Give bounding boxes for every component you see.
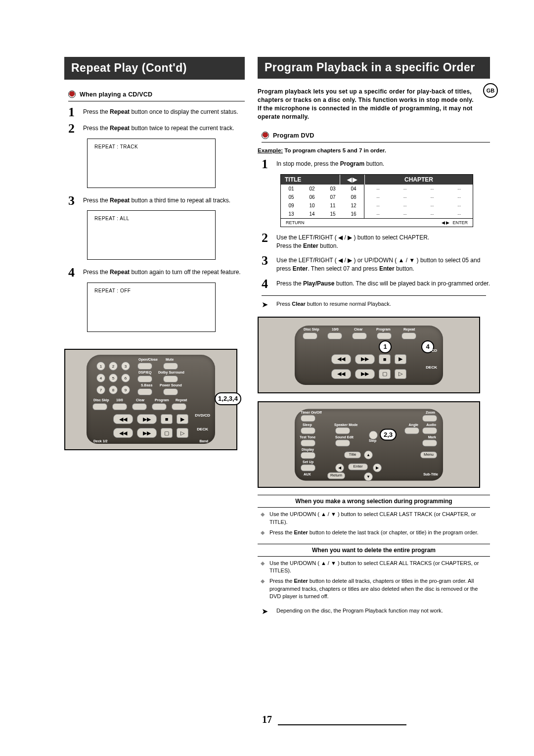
keypad-5: 5 xyxy=(109,374,118,382)
label-angle: Angle xyxy=(409,423,418,426)
table-header-chapter: CHAPTER xyxy=(365,175,473,185)
example-line: Example: To program chapters 5 and 7 in … xyxy=(258,147,490,153)
forward-icon: ▶▶ xyxy=(355,369,375,379)
divider xyxy=(262,142,490,142)
btn-10-0 xyxy=(327,332,342,339)
label-clear: Clear xyxy=(354,328,363,331)
title-grid: 01020304 05060708 09101112 13141516 xyxy=(281,185,364,218)
label-sound-edit: Sound Edit xyxy=(335,435,354,438)
btn-enter: Enter xyxy=(348,463,368,470)
step-number: 2 xyxy=(68,123,76,134)
label-zoom: Zoom xyxy=(426,410,435,414)
step-number: 3 xyxy=(262,255,269,266)
label-mute: Mute xyxy=(166,358,174,361)
label-speaker-mode: Speaker Mode xyxy=(334,423,357,426)
arrow-icon: ➤ xyxy=(262,608,271,615)
bullet-icon xyxy=(68,91,76,98)
btn-return: Return xyxy=(327,472,345,479)
right-subheading: Program DVD xyxy=(262,132,490,139)
diamond-icon: ◆ xyxy=(261,529,266,536)
btn-timer xyxy=(301,415,315,422)
label-setup: Set Up xyxy=(303,460,313,463)
left-title: Repeat Play (Cont'd) xyxy=(64,57,245,80)
stop-icon: ■ xyxy=(379,354,391,364)
nav-up-icon: ▲ xyxy=(364,450,373,459)
nav-left-icon: ◀ xyxy=(335,463,344,472)
keypad-1: 1 xyxy=(96,362,105,371)
right-subheading-text: Program DVD xyxy=(273,132,314,139)
forward-icon: ▶▶ xyxy=(355,354,375,364)
table-return: RETURN xyxy=(286,220,305,225)
label-discskip: Disc Skip xyxy=(93,398,109,402)
sb-title: When you make a wrong selection during p… xyxy=(258,495,490,508)
label-deck: DECK xyxy=(197,427,208,431)
step-text: Press the Repeat button again to turn of… xyxy=(83,267,245,277)
btn-setup xyxy=(301,464,315,471)
divider xyxy=(262,295,486,296)
callout-2-3: 2,3 xyxy=(380,428,397,440)
label-dolby: Dolby Surround xyxy=(158,371,184,374)
diamond-icon: ◆ xyxy=(261,511,266,526)
btn-audio xyxy=(422,427,437,434)
nav-right-icon: ▶ xyxy=(373,463,382,472)
right-step-2: 2 Use the LEFT/RIGHT ( ◀ / ▶ ) button to… xyxy=(262,232,490,250)
label-repeat: Repeat xyxy=(403,328,415,331)
note-clear: ➤ Press Clear button to resume normal Pl… xyxy=(262,301,490,309)
label-10-0: 10/0 xyxy=(332,328,339,331)
btn-step xyxy=(369,430,378,439)
left-subheading-text: When playing a CD/VCD xyxy=(80,91,152,98)
btn-openclose xyxy=(137,363,152,370)
btn-mark xyxy=(422,439,437,446)
step-number: 1 xyxy=(68,106,76,118)
stop-icon: ■ xyxy=(161,414,173,424)
program-table: TITLE ◀▶ CHAPTER 01020304 05060708 09101… xyxy=(280,174,473,227)
btn-mute xyxy=(163,363,178,370)
forward-icon: ▶▶ xyxy=(137,428,157,438)
label-discskip: Disc Skip xyxy=(304,328,319,331)
btn-discskip xyxy=(303,332,317,339)
btn-10-0 xyxy=(112,403,127,410)
label-cd: CD xyxy=(431,348,437,353)
label-audio: Audio xyxy=(426,423,436,426)
btn-menu: Menu xyxy=(420,451,437,458)
remote-illustration-left: 1 2 3 4 5 6 7 8 9 Open/Close Mute DSP/EQ… xyxy=(64,349,237,450)
step-number: 4 xyxy=(68,267,76,278)
diamond-icon: ◆ xyxy=(261,560,266,575)
keypad-9: 9 xyxy=(121,385,130,394)
bullet-text: Use the UP/DOWN ( ▲ / ▼ ) button to sele… xyxy=(269,511,487,526)
btn-program xyxy=(377,332,392,339)
keypad-8: 8 xyxy=(109,385,118,394)
step-number: 4 xyxy=(262,278,269,289)
step-text: Use the LEFT/RIGHT ( ◀ / ▶ ) or UP/DOWN … xyxy=(276,255,490,273)
btn-sbass xyxy=(137,388,152,395)
right-column: Program Playback in a specific Order Pro… xyxy=(258,57,490,620)
arrow-icon: ➤ xyxy=(262,301,271,309)
page-number: 17 xyxy=(262,714,272,725)
diamond-icon: ◆ xyxy=(261,577,266,600)
label-display: Display xyxy=(302,447,314,451)
btn-sleep xyxy=(301,427,315,434)
btn-angle xyxy=(404,427,419,434)
note-depends: ➤ Depending on the disc, the Program Pla… xyxy=(262,608,490,615)
table-header-title: TITLE xyxy=(281,175,340,185)
nav-down-icon: ▼ xyxy=(364,472,373,481)
stop-icon: ▢ xyxy=(161,428,173,438)
btn-soundedit xyxy=(335,439,350,446)
step-number: 2 xyxy=(262,232,269,243)
label-deck: DECK xyxy=(426,365,437,370)
bullet-text: Press the Enter button to delete the las… xyxy=(269,529,479,536)
rewind-icon: ◀◀ xyxy=(113,414,133,424)
btn-dspeq xyxy=(137,376,152,382)
label-sleep: Sleep xyxy=(303,423,312,426)
bullet-text: Use the UP/DOWN ( ▲ / ▼ ) button to sele… xyxy=(269,560,487,575)
keypad-4: 4 xyxy=(96,374,105,382)
callout-1: 1 xyxy=(379,340,392,353)
left-step-1: 1 Press the Repeat button once to displa… xyxy=(68,106,245,118)
osd-screen: REPEAT : ALL xyxy=(87,210,216,260)
label-dspeq: DSP/EQ xyxy=(138,371,151,374)
btn-display xyxy=(301,452,315,459)
keypad-7: 7 xyxy=(96,385,105,394)
osd-screen: REPEAT : TRACK xyxy=(87,139,216,188)
left-step-4: 4 Press the Repeat button again to turn … xyxy=(68,267,245,278)
play-icon: ▶ xyxy=(395,354,406,364)
